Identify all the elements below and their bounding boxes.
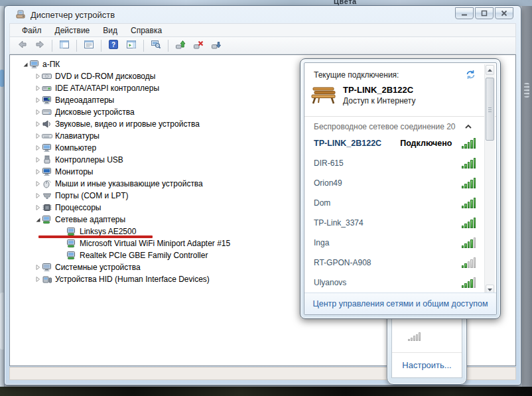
expander-collapsed-icon[interactable] xyxy=(33,108,42,116)
toolbar-scan-hardware[interactable] xyxy=(148,38,164,53)
tree-item-label: IDE ATA/ATAPI контроллеры xyxy=(53,84,159,93)
forward-arrow-icon xyxy=(34,39,46,52)
processor-icon xyxy=(42,203,53,212)
configure-link[interactable]: Настроить... xyxy=(392,360,462,370)
background-window-title: Цвета xyxy=(334,0,357,5)
computer-icon xyxy=(29,60,40,69)
expander-collapsed-icon[interactable] xyxy=(33,180,42,188)
signal-strength-icon xyxy=(462,237,478,248)
minimize-button[interactable] xyxy=(455,7,474,19)
keyboard-icon xyxy=(42,131,53,141)
network-row-RT-GPON-A908[interactable]: RT-GPON-A908 xyxy=(304,253,483,273)
expander-collapsed-icon[interactable] xyxy=(33,132,42,140)
toolbar-console-tree[interactable] xyxy=(56,38,72,53)
expander-expanded-icon[interactable] xyxy=(21,60,29,68)
expander-collapsed-icon[interactable] xyxy=(33,144,42,152)
expander-collapsed-icon[interactable] xyxy=(33,204,42,212)
ports-icon xyxy=(42,191,53,200)
network-row-Ulyanovs[interactable]: Ulyanovs xyxy=(304,273,483,293)
computer-icon xyxy=(42,143,53,153)
tree-indent xyxy=(58,228,66,235)
toolbar-disable-device[interactable] xyxy=(190,38,206,53)
menu-action[interactable]: Действие xyxy=(48,25,97,36)
network-row-TP-Link_3374[interactable]: TP-Link_3374 xyxy=(304,213,483,233)
toolbar-action-pane[interactable] xyxy=(123,38,139,53)
close-icon xyxy=(500,7,508,19)
current-connection[interactable]: TP-LINK_2B122C Доступ к Интернету xyxy=(310,84,415,105)
expander-collapsed-icon[interactable] xyxy=(33,192,42,200)
tree-item-label: Компьютер xyxy=(53,143,96,153)
toolbar-help[interactable]: ? xyxy=(105,38,121,53)
action-pane-icon xyxy=(126,39,137,52)
titlebar[interactable]: Диспетчер устройств xyxy=(9,6,516,23)
expander-collapsed-icon[interactable] xyxy=(33,168,42,176)
tree-item-label: Мониторы xyxy=(53,167,93,176)
network-name: DIR-615 xyxy=(314,159,462,168)
network-row-Orion49[interactable]: Orion49 xyxy=(304,173,483,193)
menu-view[interactable]: Вид xyxy=(96,25,124,36)
expander-expanded-icon[interactable] xyxy=(33,216,42,224)
expander-collapsed-icon[interactable] xyxy=(33,84,42,92)
tree-item-label: Дисковые устройства xyxy=(53,107,135,117)
chevron-up-icon[interactable] xyxy=(464,122,472,131)
expander-collapsed-icon[interactable] xyxy=(33,275,42,283)
network-flyout-body: Текущие подключения: TP-LINK_2B122C Дост… xyxy=(304,62,497,315)
monitor-icon xyxy=(42,167,53,176)
toolbar-properties[interactable] xyxy=(81,38,97,53)
screen: Цвета Диспетчер устройств ФайлДействиеВи… xyxy=(0,0,532,396)
scroll-thumb[interactable] xyxy=(486,78,494,141)
current-network-name: TP-LINK_2B122C xyxy=(343,85,415,95)
expander-collapsed-icon[interactable] xyxy=(33,96,42,104)
network-name: TP-LINK_2B122C xyxy=(314,139,400,148)
tree-item-label: а-ПК xyxy=(40,60,60,69)
flyout-footer: Центр управления сетями и общим доступом xyxy=(304,293,496,314)
close-button[interactable] xyxy=(495,7,513,19)
toolbar-forward-arrow[interactable] xyxy=(32,38,48,53)
tree-item-label: Linksys AE2500 xyxy=(78,227,136,236)
system-device-icon xyxy=(42,263,53,272)
tree-item-label: Клавиатуры xyxy=(53,131,100,141)
wireless-section-header[interactable]: Беспроводное сетевое соединение 20 xyxy=(314,120,472,133)
tree-indent xyxy=(58,251,66,259)
menu-help[interactable]: Справка xyxy=(124,25,168,36)
expander-collapsed-icon[interactable] xyxy=(33,120,42,128)
network-center-link[interactable]: Центр управления сетями и общим доступом xyxy=(312,299,488,308)
video-adapter-icon xyxy=(42,96,53,105)
network-row-Dom[interactable]: Dom xyxy=(304,193,483,213)
usb-controller-icon xyxy=(42,155,53,165)
toolbar: ? xyxy=(9,36,516,54)
taskbar[interactable] xyxy=(0,387,532,396)
network-name: Ulyanovs xyxy=(314,278,462,287)
current-connections-label: Текущие подключения: xyxy=(314,70,399,80)
toolbar-uninstall-device[interactable] xyxy=(208,38,224,53)
network-adapter-icon xyxy=(42,215,53,224)
menu-file[interactable]: Файл xyxy=(15,25,48,36)
network-adapter-icon xyxy=(66,251,78,260)
expander-collapsed-icon[interactable] xyxy=(33,156,42,164)
expander-collapsed-icon[interactable] xyxy=(33,72,42,80)
scan-hardware-icon xyxy=(151,39,161,52)
network-row-DIR-615[interactable]: DIR-615 xyxy=(304,153,483,173)
tree-item-label: Процессоры xyxy=(53,203,101,212)
tree-item-label: Контроллеры USB xyxy=(53,155,123,165)
signal-strength-icon xyxy=(462,198,478,208)
signal-strength-icon xyxy=(462,277,478,288)
toolbar-separator xyxy=(76,40,77,52)
window-title: Диспетчер устройств xyxy=(31,10,115,20)
uninstall-device-icon xyxy=(211,39,222,52)
toolbar-back-arrow[interactable] xyxy=(14,38,30,53)
refresh-icon[interactable] xyxy=(465,70,476,80)
maximize-button[interactable] xyxy=(475,7,494,19)
network-list-scrollbar[interactable] xyxy=(484,64,495,295)
maximize-icon xyxy=(480,7,488,19)
network-row-Inga[interactable]: Inga xyxy=(304,233,483,253)
network-row-TP-LINK_2B122C[interactable]: TP-LINK_2B122CПодключено xyxy=(304,133,483,153)
scroll-up-button[interactable] xyxy=(486,65,494,75)
network-name: TP-Link_3374 xyxy=(314,218,462,228)
connection-status: Подключено xyxy=(400,139,452,148)
current-network-status: Доступ к Интернету xyxy=(343,96,415,105)
mouse-icon xyxy=(42,179,53,188)
toolbar-update-driver[interactable] xyxy=(172,38,188,53)
tree-item-label: Устройства HID (Human Interface Devices) xyxy=(53,275,210,284)
expander-collapsed-icon[interactable] xyxy=(33,263,42,271)
